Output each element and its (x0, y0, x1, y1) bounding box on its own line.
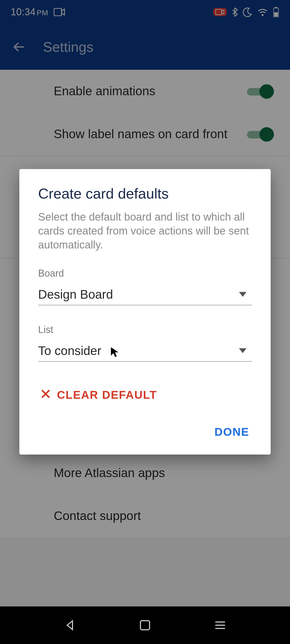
dialog-description: Select the default board and list to whi… (38, 210, 252, 252)
done-button[interactable]: DONE (212, 420, 252, 444)
clear-default-label: CLEAR DEFAULT (57, 389, 157, 401)
dialog-title: Create card defaults (38, 185, 252, 202)
system-nav-bar (0, 606, 290, 644)
chevron-down-icon (239, 348, 247, 353)
svg-rect-6 (140, 621, 150, 630)
board-dropdown-value: Design Board (38, 287, 113, 302)
chevron-down-icon (239, 292, 247, 297)
screen: 10:34PM S (0, 0, 290, 644)
nav-back-button[interactable] (60, 616, 79, 635)
board-field-label: Board (38, 268, 252, 279)
clear-default-button[interactable]: CLEAR DEFAULT (38, 380, 252, 412)
list-dropdown-value: To consider (38, 343, 101, 358)
dialog-actions: DONE (38, 412, 252, 444)
list-field-label: List (38, 324, 252, 335)
board-dropdown[interactable]: Design Board (38, 287, 252, 305)
nav-home-button[interactable] (136, 616, 154, 635)
close-icon (41, 389, 50, 401)
nav-recents-button[interactable] (211, 616, 230, 635)
list-dropdown[interactable]: To consider (38, 343, 252, 362)
create-card-defaults-dialog: Create card defaults Select the default … (19, 169, 271, 455)
